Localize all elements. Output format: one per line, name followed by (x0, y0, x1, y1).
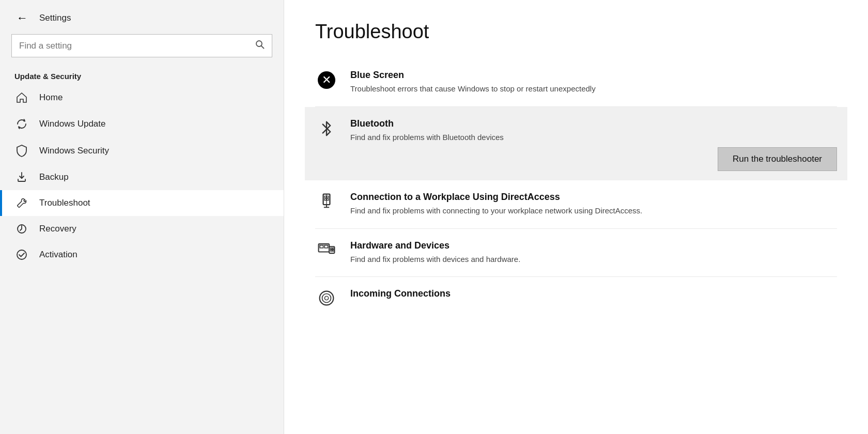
directaccess-desc: Find and fix problems with connecting to… (350, 205, 642, 217)
svg-point-24 (322, 294, 331, 303)
sidebar-item-activation-label: Activation (39, 250, 78, 260)
main-content: Troubleshoot ✕ Blue Screen Troubleshoot … (284, 0, 868, 434)
bluetooth-icon (315, 119, 338, 138)
troubleshoot-item-blue-screen[interactable]: ✕ Blue Screen Troubleshoot errors that c… (315, 58, 837, 107)
bluetooth-desc: Find and fix problems with Bluetooth dev… (350, 132, 504, 144)
sidebar-item-troubleshoot-label: Troubleshoot (39, 198, 90, 208)
sidebar-item-backup-label: Backup (39, 172, 69, 182)
wrench-icon (14, 197, 29, 209)
backup-icon (14, 172, 29, 183)
sidebar-item-windows-update[interactable]: Windows Update (0, 111, 284, 137)
svg-rect-17 (324, 245, 328, 247)
svg-point-4 (17, 250, 26, 259)
bluetooth-text: Bluetooth Find and fix problems with Blu… (350, 118, 504, 144)
bluetooth-title: Bluetooth (350, 118, 504, 129)
sidebar-item-activation[interactable]: Activation (0, 242, 284, 268)
check-circle-icon (14, 249, 29, 260)
page-title: Troubleshoot (315, 21, 837, 43)
troubleshoot-item-directaccess[interactable]: Connection to a Workplace Using DirectAc… (315, 180, 837, 229)
hardware-text: Hardware and Devices Find and fix proble… (350, 240, 520, 266)
sidebar-item-recovery-label: Recovery (39, 224, 76, 234)
run-troubleshooter-button[interactable]: Run the troubleshooter (718, 147, 837, 171)
troubleshoot-item-bluetooth[interactable]: Bluetooth Find and fix problems with Blu… (305, 107, 847, 181)
search-icon (255, 40, 265, 52)
svg-rect-12 (327, 199, 329, 200)
shield-icon (14, 145, 29, 157)
hardware-title: Hardware and Devices (350, 240, 520, 251)
troubleshoot-item-incoming[interactable]: Incoming Connections (315, 277, 837, 318)
sidebar-header: ← Settings (0, 0, 284, 34)
sidebar: ← Settings Update & Security Home (0, 0, 284, 434)
blue-screen-text: Blue Screen Troubleshoot errors that cau… (350, 70, 596, 95)
sidebar-item-backup[interactable]: Backup (0, 164, 284, 190)
svg-rect-20 (333, 247, 334, 249)
recovery-icon (14, 223, 29, 235)
section-label: Update & Security (0, 67, 284, 85)
sidebar-item-windows-update-label: Windows Update (39, 119, 106, 129)
svg-line-1 (261, 46, 264, 49)
troubleshoot-item-hardware[interactable]: Hardware and Devices Find and fix proble… (315, 229, 837, 277)
sidebar-item-home[interactable]: Home (0, 85, 284, 111)
sidebar-title: Settings (39, 13, 71, 23)
blue-screen-desc: Troubleshoot errors that cause Windows t… (350, 83, 596, 95)
home-icon (14, 92, 29, 103)
workplace-icon (315, 193, 338, 211)
incoming-title: Incoming Connections (350, 288, 451, 299)
svg-point-25 (324, 296, 328, 300)
blue-screen-title: Blue Screen (350, 70, 596, 81)
svg-rect-11 (324, 199, 326, 200)
sidebar-item-troubleshoot[interactable]: Troubleshoot (0, 190, 284, 216)
svg-rect-22 (333, 250, 334, 251)
hardware-icon (315, 241, 338, 260)
bluetooth-item-top: Bluetooth Find and fix problems with Blu… (315, 118, 837, 144)
sidebar-item-home-label: Home (39, 92, 63, 103)
sidebar-item-recovery[interactable]: Recovery (0, 216, 284, 242)
sidebar-item-windows-security[interactable]: Windows Security (0, 137, 284, 164)
directaccess-title: Connection to a Workplace Using DirectAc… (350, 192, 642, 203)
svg-rect-9 (324, 196, 326, 197)
svg-rect-19 (331, 247, 332, 249)
refresh-icon (14, 118, 29, 130)
incoming-text: Incoming Connections (350, 288, 451, 302)
search-box-container (11, 34, 272, 57)
error-icon: ✕ (315, 71, 338, 89)
incoming-icon (315, 289, 338, 307)
svg-rect-21 (331, 250, 332, 251)
search-input[interactable] (19, 41, 250, 51)
directaccess-text: Connection to a Workplace Using DirectAc… (350, 192, 642, 217)
back-button[interactable]: ← (14, 11, 30, 25)
svg-text:✕: ✕ (322, 73, 331, 86)
svg-rect-16 (320, 245, 323, 247)
run-btn-row: Run the troubleshooter (315, 143, 837, 171)
sidebar-item-windows-security-label: Windows Security (39, 146, 109, 156)
svg-rect-10 (327, 196, 329, 197)
hardware-desc: Find and fix problems with devices and h… (350, 254, 520, 266)
